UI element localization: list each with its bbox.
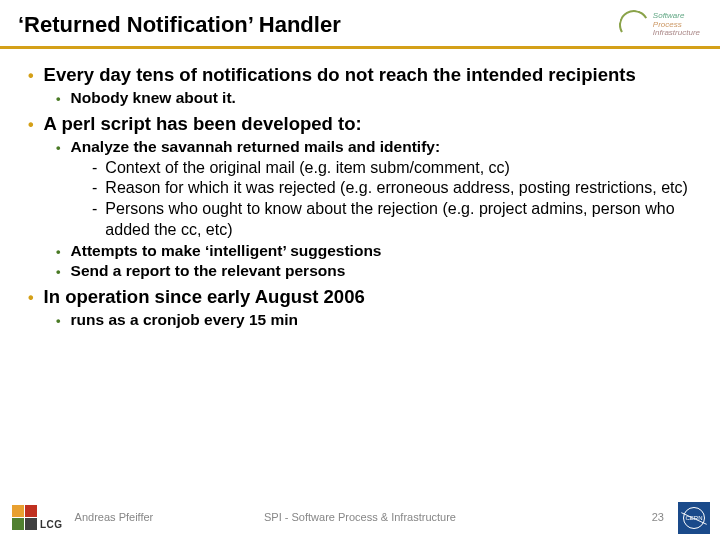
- list-item: • Analyze the savannah returned mails an…: [56, 137, 692, 240]
- list-item: -Persons who ought to know about the rej…: [92, 199, 692, 241]
- bullet-icon: •: [56, 244, 61, 261]
- dash-icon: -: [92, 199, 97, 220]
- list-item: • Every day tens of notifications do not…: [28, 63, 692, 108]
- page-number: 23: [652, 511, 664, 523]
- list-item: • Nobody knew about it.: [56, 88, 692, 108]
- list-item: -Context of the original mail (e.g. item…: [92, 158, 692, 179]
- list-item: • A perl script has been developed to: •…: [28, 112, 692, 281]
- bullet-icon: •: [56, 91, 61, 108]
- bullet-icon: •: [28, 288, 34, 308]
- cern-logo: CERN: [678, 502, 710, 534]
- footer-author: Andreas Pfeiffer: [75, 511, 154, 523]
- cern-circle-icon: CERN: [683, 507, 705, 529]
- bullet-icon: •: [56, 140, 61, 157]
- slide-body: • Every day tens of notifications do not…: [0, 49, 720, 330]
- bullet-icon: •: [28, 115, 34, 135]
- dash-icon: -: [92, 178, 97, 199]
- list-item: -Reason for which it was rejected (e.g. …: [92, 178, 692, 199]
- list-item: • Attempts to make ‘intelligent’ suggest…: [56, 241, 692, 261]
- bullet-icon: •: [56, 264, 61, 281]
- lcg-text: LCG: [40, 519, 63, 530]
- dash-icon: -: [92, 158, 97, 179]
- list-item: • runs as a cronjob every 15 min: [56, 310, 692, 330]
- slide-footer: LCG Andreas Pfeiffer SPI - Software Proc…: [0, 498, 720, 540]
- spi-logo-text: Software Process Infrastructure: [653, 12, 700, 38]
- bullet-icon: •: [56, 313, 61, 330]
- footer-center: SPI - Software Process & Infrastructure: [264, 511, 456, 523]
- bullet-list: • Every day tens of notifications do not…: [28, 63, 692, 330]
- slide-title: ‘Returned Notification’ Handler: [18, 12, 341, 38]
- spi-logo: Software Process Infrastructure: [619, 10, 700, 40]
- lcg-blocks-icon: [12, 505, 37, 530]
- lcg-logo: LCG: [12, 505, 63, 530]
- list-item: • In operation since early August 2006 •…: [28, 285, 692, 330]
- slide-header: ‘Returned Notification’ Handler Software…: [0, 0, 720, 49]
- list-item: • Send a report to the relevant persons: [56, 261, 692, 281]
- spi-arc-icon: [615, 7, 652, 44]
- bullet-icon: •: [28, 66, 34, 86]
